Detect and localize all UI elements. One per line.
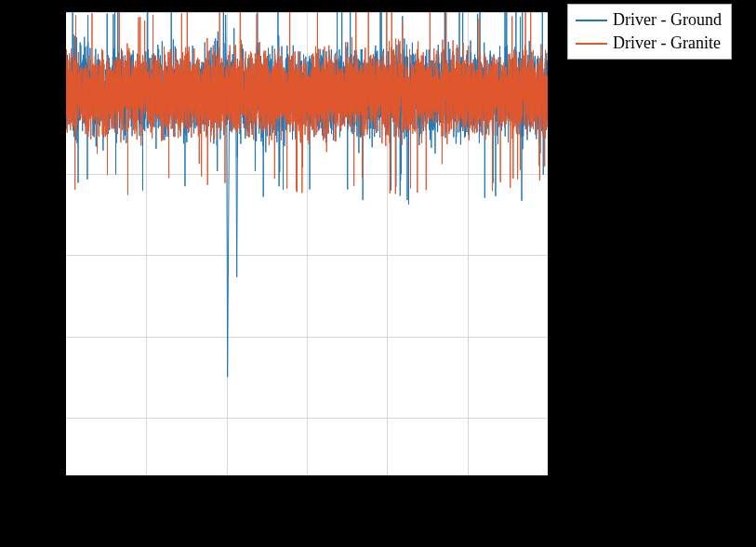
legend-item-ground: Driver - Ground (576, 8, 722, 32)
legend-item-granite: Driver - Granite (576, 32, 722, 55)
legend: Driver - Ground Driver - Granite (567, 4, 732, 60)
legend-label-granite: Driver - Granite (613, 32, 721, 55)
legend-swatch-ground (576, 20, 607, 21)
data-series (66, 12, 548, 475)
legend-swatch-granite (576, 43, 607, 45)
plot-area (65, 11, 549, 476)
chart-stage: Driver - Ground Driver - Granite (0, 0, 756, 547)
legend-label-ground: Driver - Ground (613, 8, 722, 32)
